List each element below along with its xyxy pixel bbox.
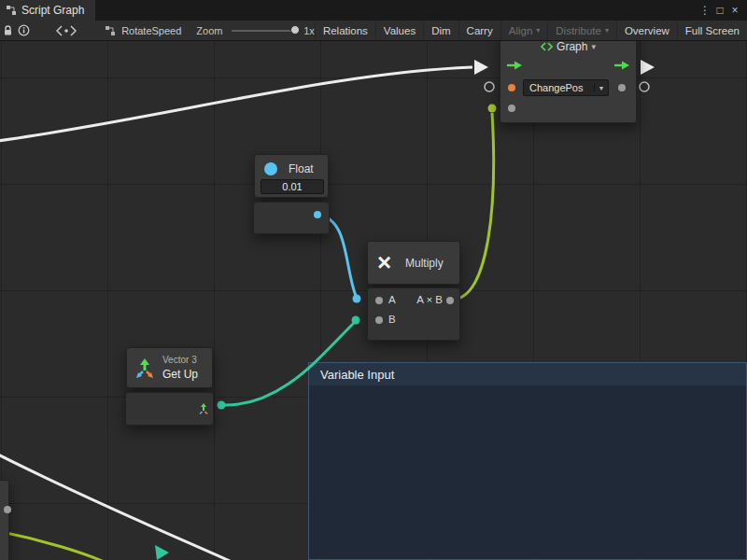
multiply-output-port[interactable] (446, 297, 454, 304)
dim-button[interactable]: Dim (423, 21, 458, 40)
empty-port-right[interactable] (640, 82, 649, 91)
chevron-down-icon: ▾ (605, 26, 609, 35)
tab-title: Script Graph (21, 4, 84, 17)
empty-port-left[interactable] (485, 82, 494, 91)
float-type-icon (264, 162, 277, 175)
distribute-button[interactable]: Distribute ▾ (547, 21, 616, 40)
relations-button[interactable]: Relations (315, 21, 375, 40)
node-vector3-getup[interactable]: Vector 3 Get Up (126, 347, 213, 388)
lock-icon[interactable] (0, 21, 16, 40)
inspect-connections-icon[interactable] (55, 21, 77, 40)
float-output-port[interactable] (314, 211, 321, 218)
float-node-title: Float (289, 162, 314, 175)
node-graph-unit[interactable]: Graph ▾ ChangePos ▾ (500, 41, 637, 123)
value-input-port[interactable] (508, 84, 515, 91)
flow-wire-in[interactable] (0, 67, 472, 142)
zoom-slider-track (232, 30, 296, 32)
unity-editor-window: Script Graph ⋮ □ × (0, 0, 747, 560)
value-wire-bottom[interactable] (0, 530, 116, 560)
angle-dot-glyph (56, 25, 77, 36)
lock-glyph (2, 24, 14, 36)
float-wire-endpoint (353, 295, 361, 303)
secondary-input-port[interactable] (508, 105, 515, 112)
graph-code-icon (541, 42, 553, 51)
graph-name-label: RotateSpeed (121, 25, 181, 36)
graph-canvas[interactable]: Variable Input (0, 41, 747, 560)
vector3-node-title: Get Up (162, 368, 198, 381)
partial-node-port[interactable] (4, 506, 11, 513)
node-multiply[interactable]: × Multiply (367, 241, 460, 285)
graph-unit-title: Graph (557, 41, 587, 53)
chevron-down-icon: ▾ (594, 84, 608, 92)
flow-output-port[interactable] (613, 60, 630, 71)
graph-asset-icon (105, 25, 116, 36)
maximize-icon[interactable]: □ (712, 0, 727, 21)
carry-button[interactable]: Carry (458, 21, 500, 40)
vector-wire-endpoint (352, 316, 360, 325)
node-multiply-ports[interactable]: A A × B B (367, 287, 460, 341)
multiply-input-a-label: A (388, 294, 396, 305)
zoom-slider-knob[interactable] (290, 25, 300, 35)
zoom-value: 1x (303, 25, 315, 36)
multiply-node-title: Multiply (405, 257, 444, 270)
window-controls: ⋮ □ × (698, 0, 747, 21)
vector3-output-port-icon[interactable] (197, 402, 210, 415)
multiply-icon: × (377, 249, 391, 273)
flow-arrowhead-out (641, 60, 655, 75)
multiply-input-b-port[interactable] (375, 316, 383, 324)
info-icon[interactable] (16, 21, 32, 40)
graph-unit-header[interactable]: Graph ▾ (500, 41, 636, 54)
tab-script-graph[interactable]: Script Graph (0, 0, 95, 21)
changepos-dropdown[interactable]: ChangePos ▾ (523, 79, 609, 96)
node-float-ports[interactable] (253, 202, 330, 234)
flow-arrowhead-in (474, 60, 488, 75)
more-icon[interactable]: ⋮ (698, 0, 712, 21)
current-graph-name[interactable]: RotateSpeed (105, 25, 181, 36)
graph-toolbar: RotateSpeed Zoom 1x Relations Values Dim… (0, 21, 747, 41)
overview-button[interactable]: Overview (616, 21, 677, 40)
vector-wire[interactable] (221, 322, 355, 405)
node-float[interactable]: Float 0.01 (254, 154, 329, 198)
flow-input-port[interactable] (506, 60, 523, 71)
float-value-field[interactable]: 0.01 (261, 179, 324, 194)
value-wire-endpoint (488, 105, 497, 113)
values-button[interactable]: Values (375, 21, 423, 40)
multiply-input-a-port[interactable] (375, 297, 383, 304)
flow-wire-bottom[interactable] (0, 452, 248, 560)
script-graph-icon (6, 5, 17, 16)
node-partial-left[interactable] (0, 480, 9, 560)
close-icon[interactable]: × (727, 0, 742, 21)
value-output-port[interactable] (618, 84, 626, 91)
multiply-output-label: A × B (416, 294, 443, 305)
multiply-input-b-label: B (388, 314, 396, 325)
zoom-slider[interactable] (232, 21, 300, 40)
vector3-type-label: Vector 3 (162, 355, 197, 365)
chevron-down-icon: ▾ (591, 42, 596, 51)
zoom-label: Zoom (196, 25, 222, 36)
toolbar-buttons: Relations Values Dim Carry Align ▾ Distr… (315, 21, 747, 40)
full-screen-button[interactable]: Full Screen (677, 21, 747, 40)
chevron-down-icon: ▾ (536, 26, 540, 35)
vector-wire-start (218, 401, 226, 410)
changepos-dropdown-value: ChangePos (524, 82, 594, 93)
info-glyph (18, 24, 30, 36)
vector-arrowhead-bottom (155, 545, 169, 560)
vector3-icon (134, 358, 155, 379)
node-vector3-ports[interactable] (125, 392, 214, 426)
align-button[interactable]: Align ▾ (500, 21, 548, 40)
tab-bar: Script Graph ⋮ □ × (0, 0, 747, 21)
